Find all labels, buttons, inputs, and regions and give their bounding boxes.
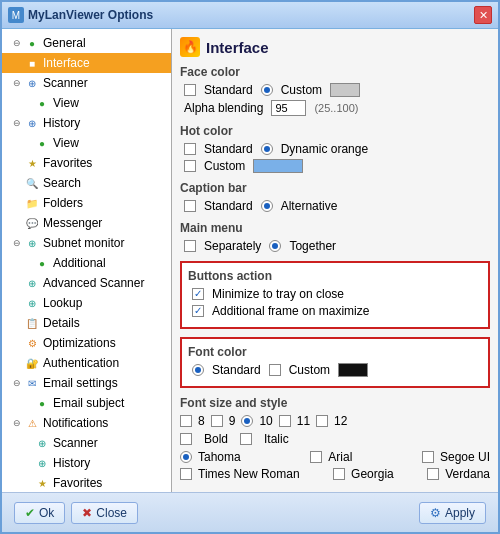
ok-button[interactable]: ✔ Ok xyxy=(14,502,65,524)
buttons-action-header: Buttons action xyxy=(188,269,482,283)
additional-frame-checkbox[interactable] xyxy=(192,305,204,317)
sidebar-item-subnet-monitor[interactable]: ⊖ ⊕ Subnet monitor xyxy=(2,233,171,253)
settings-panel: 🔥 Interface Face color Standard Custom A… xyxy=(172,29,498,492)
expand-icon: ⊖ xyxy=(10,378,24,388)
sidebar-item-lookup[interactable]: ⊕ Lookup xyxy=(2,293,171,313)
italic-label: Italic xyxy=(264,432,289,446)
notif-favorites-label: Favorites xyxy=(53,476,102,490)
sidebar-item-notifications[interactable]: ⊖ ⚠ Notifications xyxy=(2,413,171,433)
main-content: ⊖ ● General ■ Interface ⊖ ⊕ Scanner ● Vi… xyxy=(2,29,498,492)
general-icon: ● xyxy=(24,35,40,51)
sidebar-item-details[interactable]: 📋 Details xyxy=(2,313,171,333)
menu-separately-label: Separately xyxy=(204,239,261,253)
expand-icon: ⊖ xyxy=(10,418,24,428)
size-12-checkbox[interactable] xyxy=(316,415,328,427)
font-standard-radio[interactable] xyxy=(192,364,204,376)
face-standard-label: Standard xyxy=(204,83,253,97)
hot-custom-checkbox[interactable] xyxy=(184,160,196,172)
font-standard-label: Standard xyxy=(212,363,261,377)
font-color-section: Font color Standard Custom xyxy=(180,337,490,388)
menu-together-label: Together xyxy=(289,239,336,253)
caption-standard-checkbox[interactable] xyxy=(184,200,196,212)
sidebar-item-search[interactable]: 🔍 Search xyxy=(2,173,171,193)
face-standard-checkbox[interactable] xyxy=(184,84,196,96)
hot-standard-checkbox[interactable] xyxy=(184,143,196,155)
face-color-row1: Standard Custom xyxy=(180,83,490,97)
minimize-checkbox[interactable] xyxy=(192,288,204,300)
sidebar-item-interface[interactable]: ■ Interface xyxy=(2,53,171,73)
sidebar-item-view-scanner[interactable]: ● View xyxy=(2,93,171,113)
arial-label: Arial xyxy=(328,450,352,464)
size-8-checkbox[interactable] xyxy=(180,415,192,427)
close-icon: ✖ xyxy=(82,506,92,520)
sidebar-item-history[interactable]: ⊖ ⊕ History xyxy=(2,113,171,133)
verdana-checkbox[interactable] xyxy=(427,468,439,480)
sidebar-item-folders[interactable]: 📁 Folders xyxy=(2,193,171,213)
history-label: History xyxy=(43,116,80,130)
minimize-label: Minimize to tray on close xyxy=(212,287,344,301)
sidebar-item-notif-scanner[interactable]: ⊕ Scanner xyxy=(2,433,171,453)
sidebar-item-messenger[interactable]: 💬 Messenger xyxy=(2,213,171,233)
panel-title-text: Interface xyxy=(206,39,269,56)
sidebar-item-favorites[interactable]: ★ Favorites xyxy=(2,153,171,173)
face-custom-radio[interactable] xyxy=(261,84,273,96)
window-close-button[interactable]: ✕ xyxy=(474,6,492,24)
hot-color-row2: Custom xyxy=(180,159,490,173)
font-color-swatch[interactable] xyxy=(338,363,368,377)
size-12-label: 12 xyxy=(334,414,347,428)
ok-icon: ✔ xyxy=(25,506,35,520)
segoe-checkbox[interactable] xyxy=(422,451,434,463)
times-checkbox[interactable] xyxy=(180,468,192,480)
menu-together-radio[interactable] xyxy=(269,240,281,252)
window-title: MyLanViewer Options xyxy=(28,8,153,22)
hot-color-row1: Standard Dynamic orange xyxy=(180,142,490,156)
italic-checkbox[interactable] xyxy=(240,433,252,445)
caption-bar-row: Standard Alternative xyxy=(180,199,490,213)
sidebar-item-scanner[interactable]: ⊖ ⊕ Scanner xyxy=(2,73,171,93)
caption-bar-header: Caption bar xyxy=(180,181,490,195)
expand-icon: ⊖ xyxy=(10,118,24,128)
arial-checkbox[interactable] xyxy=(310,451,322,463)
additional-label: Additional xyxy=(53,256,106,270)
folders-label: Folders xyxy=(43,196,83,210)
options-window: M MyLanViewer Options ✕ ⊖ ● General ■ In… xyxy=(0,0,500,534)
alpha-blend-input[interactable] xyxy=(271,100,306,116)
georgia-checkbox[interactable] xyxy=(333,468,345,480)
notifications-icon: ⚠ xyxy=(24,415,40,431)
optimizations-icon: ⚙ xyxy=(24,335,40,351)
hot-dynamic-radio[interactable] xyxy=(261,143,273,155)
sidebar-item-view-history[interactable]: ● View xyxy=(2,133,171,153)
sidebar-item-advanced-scanner[interactable]: ⊕ Advanced Scanner xyxy=(2,273,171,293)
hot-color-swatch[interactable] xyxy=(253,159,303,173)
size-11-checkbox[interactable] xyxy=(279,415,291,427)
size-10-radio[interactable] xyxy=(241,415,253,427)
additional-frame-label: Additional frame on maximize xyxy=(212,304,369,318)
scanner-icon: ⊕ xyxy=(24,75,40,91)
sidebar-item-additional[interactable]: ● Additional xyxy=(2,253,171,273)
caption-alt-radio[interactable] xyxy=(261,200,273,212)
close-button[interactable]: ✖ Close xyxy=(71,502,138,524)
sidebar-item-email-subject[interactable]: ● Email subject xyxy=(2,393,171,413)
sidebar-item-general[interactable]: ⊖ ● General xyxy=(2,33,171,53)
sidebar-item-authentication[interactable]: 🔐 Authentication xyxy=(2,353,171,373)
sidebar-item-notif-history[interactable]: ⊕ History xyxy=(2,453,171,473)
size-10-label: 10 xyxy=(259,414,272,428)
size-9-checkbox[interactable] xyxy=(211,415,223,427)
subnet-label: Subnet monitor xyxy=(43,236,124,250)
tahoma-radio[interactable] xyxy=(180,451,192,463)
sidebar-item-optimizations[interactable]: ⚙ Optimizations xyxy=(2,333,171,353)
font-custom-checkbox[interactable] xyxy=(269,364,281,376)
bold-checkbox[interactable] xyxy=(180,433,192,445)
app-icon: M xyxy=(8,7,24,23)
favorites-icon: ★ xyxy=(24,155,40,171)
sidebar-item-notif-favorites[interactable]: ★ Favorites xyxy=(2,473,171,492)
face-color-swatch[interactable] xyxy=(330,83,360,97)
notif-scanner-icon: ⊕ xyxy=(34,435,50,451)
face-color-header: Face color xyxy=(180,65,490,79)
advanced-scanner-icon: ⊕ xyxy=(24,275,40,291)
hot-custom-label: Custom xyxy=(204,159,245,173)
details-label: Details xyxy=(43,316,80,330)
apply-button[interactable]: ⚙ Apply xyxy=(419,502,486,524)
sidebar-item-email-settings[interactable]: ⊖ ✉ Email settings xyxy=(2,373,171,393)
menu-separately-checkbox[interactable] xyxy=(184,240,196,252)
